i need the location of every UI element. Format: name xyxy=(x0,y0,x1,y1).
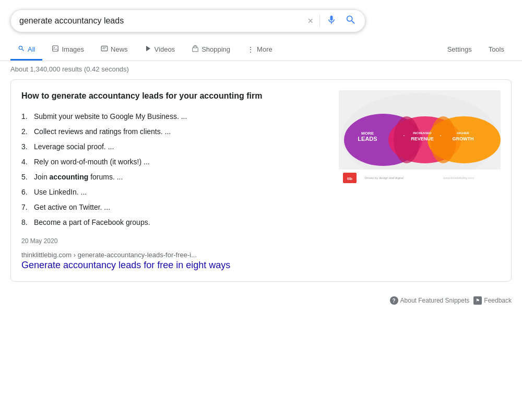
source-link: thinklittlebig.com › generate-accountanc… xyxy=(21,251,501,271)
tab-shopping-label: Shopping xyxy=(201,45,230,53)
feedback-item[interactable]: ⚑ Feedback xyxy=(473,296,512,305)
search-bar-wrapper: generate accountancy leads × xyxy=(0,0,522,40)
svg-text:=: = xyxy=(440,134,442,137)
tab-images-label: Images xyxy=(62,45,84,53)
search-submit-icon[interactable] xyxy=(345,14,357,28)
tab-shopping[interactable]: Shopping xyxy=(184,40,238,61)
list-item: 4.Rely on word-of-mouth (it works!) ... xyxy=(21,154,326,170)
mic-icon[interactable] xyxy=(326,15,337,28)
search-bar-icons: × xyxy=(307,14,357,28)
svg-text:=: = xyxy=(404,134,405,137)
tab-more-label: More xyxy=(257,45,272,53)
featured-image: MORE LEADS = INCREASED REVENUE = HIGHER … xyxy=(339,90,501,187)
svg-text:www.thinklittlebig.com: www.thinklittlebig.com xyxy=(443,176,474,179)
search-bar: generate accountancy leads × xyxy=(10,9,365,32)
tab-news[interactable]: News xyxy=(93,40,135,61)
tab-videos[interactable]: Videos xyxy=(137,40,183,61)
nav-tabs: All Images News Videos Shopping ⋮ More S… xyxy=(0,40,522,61)
list-item: 7.Get active on Twitter. ... xyxy=(21,200,326,215)
news-icon xyxy=(101,45,108,54)
svg-text:Driven by design and digital: Driven by design and digital xyxy=(365,176,404,179)
clear-icon[interactable]: × xyxy=(307,16,313,27)
featured-list: 1.Submit your website to Google My Busin… xyxy=(21,109,326,230)
svg-rect-2 xyxy=(101,46,108,51)
results-summary: About 1,340,000 results (0.42 seconds) xyxy=(10,65,129,73)
feedback-label: Feedback xyxy=(484,297,512,304)
svg-text:tlb: tlb xyxy=(347,176,352,181)
domain-name: thinklittlebig.com xyxy=(21,251,72,259)
feedback-icon: ⚑ xyxy=(473,296,482,305)
tab-tools-label: Tools xyxy=(489,45,504,53)
featured-content: How to generate accountancy leads for yo… xyxy=(21,90,501,245)
list-item: 6.Use LinkedIn. ... xyxy=(21,185,326,200)
snippets-label: About Featured Snippets xyxy=(400,297,470,304)
svg-rect-0 xyxy=(53,46,58,52)
featured-text: How to generate accountancy leads for yo… xyxy=(21,90,326,245)
shopping-icon xyxy=(192,45,199,54)
svg-text:HIGHER: HIGHER xyxy=(457,131,469,135)
svg-text:LEADS: LEADS xyxy=(358,136,377,142)
tab-all[interactable]: All xyxy=(10,40,42,61)
about-featured-snippets[interactable]: ? About Featured Snippets xyxy=(390,296,470,305)
info-icon: ? xyxy=(390,296,398,305)
svg-text:REVENUE: REVENUE xyxy=(411,136,434,141)
domain-path: › generate-accountancy-leads-for-free-i.… xyxy=(74,251,197,259)
search-input[interactable]: generate accountancy leads xyxy=(19,16,307,26)
more-icon: ⋮ xyxy=(247,45,254,54)
images-icon xyxy=(52,45,59,54)
featured-date: 20 May 2020 xyxy=(21,237,326,245)
list-item: 5.Join accounting forums. ... xyxy=(21,170,326,185)
list-item: 3.Leverage social proof. ... xyxy=(21,139,326,154)
svg-text:INCREASED: INCREASED xyxy=(413,131,432,135)
svg-point-1 xyxy=(54,47,55,48)
list-item: 8.Become a part of Facebook groups. xyxy=(21,215,326,230)
tab-tools[interactable]: Tools xyxy=(481,40,512,60)
source-title-link[interactable]: Generate accountancy leads for free in e… xyxy=(21,260,501,271)
page-footer: ? About Featured Snippets ⚑ Feedback xyxy=(0,292,522,309)
search-divider xyxy=(319,15,320,27)
tab-more[interactable]: ⋮ More xyxy=(240,40,280,61)
videos-icon xyxy=(145,45,152,54)
tab-videos-label: Videos xyxy=(155,45,175,53)
svg-text:GROWTH: GROWTH xyxy=(453,136,474,141)
all-icon xyxy=(18,45,25,54)
tab-news-label: News xyxy=(111,45,128,53)
tab-all-label: All xyxy=(28,45,35,53)
svg-marker-5 xyxy=(146,46,150,52)
list-item: 2.Collect reviews and ratings from clien… xyxy=(21,124,326,139)
list-item: 1.Submit your website to Google My Busin… xyxy=(21,109,326,124)
svg-rect-21 xyxy=(339,170,501,187)
tab-images[interactable]: Images xyxy=(44,40,91,61)
tab-settings[interactable]: Settings xyxy=(440,40,479,60)
tab-settings-label: Settings xyxy=(447,45,472,53)
nav-right: Settings Tools xyxy=(440,40,512,60)
results-info: About 1,340,000 results (0.42 seconds) xyxy=(0,61,522,79)
featured-snippet-card: How to generate accountancy leads for yo… xyxy=(10,79,512,282)
svg-text:MORE: MORE xyxy=(361,131,374,136)
featured-title: How to generate accountancy leads for yo… xyxy=(21,90,326,102)
source-domain: thinklittlebig.com › generate-accountanc… xyxy=(21,251,501,259)
